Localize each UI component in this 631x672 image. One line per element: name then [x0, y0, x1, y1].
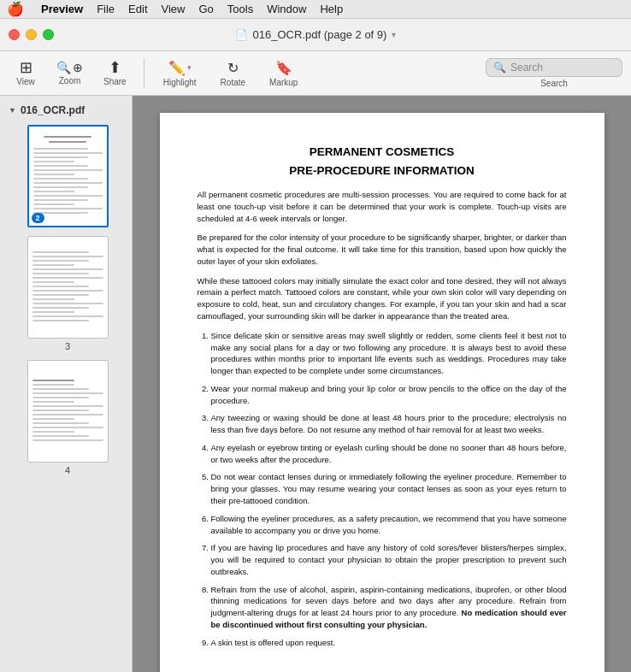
rotate-button[interactable]: ↻ Rotate [212, 57, 254, 90]
search-icon: 🔍 [493, 62, 506, 74]
minimize-button[interactable] [26, 29, 37, 40]
menu-window[interactable]: Window [267, 3, 306, 15]
view-icon: ⊞ [20, 60, 32, 75]
pdf-content: PERMANENT COSMETICS PRE-PROCEDURE INFORM… [198, 144, 567, 648]
main-area: ▼ 016_OCR.pdf [0, 96, 631, 672]
page-thumbnail-3[interactable] [27, 236, 109, 339]
markup-icon: 🔖 [275, 60, 292, 76]
highlight-icon: ✏️ [168, 60, 186, 76]
pdf-title-2: PRE-PROCEDURE INFORMATION [198, 162, 567, 180]
sidebar: ▼ 016_OCR.pdf [0, 96, 133, 672]
app-name[interactable]: Preview [41, 3, 83, 15]
pdf-list-item-6: Following the eyeliner procedures, as a … [211, 513, 567, 537]
highlight-button[interactable]: ✏️ ▾ Highlight [155, 57, 205, 90]
zoom-out-icon: 🔍 [56, 62, 71, 74]
search-box[interactable]: 🔍 Search [486, 58, 622, 77]
highlight-chevron-icon: ▾ [187, 63, 192, 72]
sidebar-triangle-icon: ▼ [9, 106, 16, 115]
page-number-4: 4 [65, 465, 70, 475]
pdf-list-item-2: Wear your normal makeup and bring your l… [211, 383, 567, 407]
thumb-content-3 [28, 246, 108, 329]
menu-edit[interactable]: Edit [128, 3, 147, 15]
apple-menu[interactable]: 🍎 [7, 1, 24, 17]
pdf-list-item-1: Since delicate skin or sensitive areas m… [211, 330, 567, 377]
toolbar-separator [144, 58, 144, 89]
thumb-content-4 [28, 374, 108, 449]
pdf-list-item-9: A skin test is offered upon request. [211, 637, 567, 649]
zoom-label: Zoom [59, 76, 81, 85]
menu-help[interactable]: Help [320, 3, 343, 15]
pdf-list-item-8: Refrain from the use of alcohol, aspirin… [211, 584, 567, 631]
pdf-paragraph-1: All permanent cosmetic procedures are mu… [198, 189, 567, 224]
zoom-button[interactable]: 🔍 ⊕ Zoom [50, 57, 90, 89]
pdf-title-1: PERMANENT COSMETICS [198, 144, 567, 161]
page-thumb-4[interactable]: 4 [9, 360, 127, 475]
pdf-list: Since delicate skin or sensitive areas m… [211, 330, 567, 649]
maximize-button[interactable] [43, 29, 54, 40]
rotate-icon: ↻ [227, 60, 239, 76]
pdf-list-item-4: Any eyelash or eyebrow tinting or eyelas… [211, 442, 567, 466]
zoom-in-icon: ⊕ [73, 61, 83, 74]
rotate-label: Rotate [221, 78, 245, 87]
share-button[interactable]: ⬆ Share [97, 56, 133, 90]
document-icon: 📄 [235, 29, 248, 41]
search-label: Search [540, 79, 568, 88]
pdf-list-item-5: Do not wear contact lenses during or imm… [211, 471, 567, 506]
sidebar-filename: 016_OCR.pdf [21, 104, 85, 116]
thumb-content-2 [29, 131, 107, 221]
menu-view[interactable]: View [162, 3, 186, 15]
menu-tools[interactable]: Tools [227, 3, 253, 15]
share-icon: ⬆ [109, 60, 121, 75]
window-title: 📄 016_OCR.pdf (page 2 of 9) ▾ [235, 28, 397, 41]
pdf-list-item-7: If you are having lip procedures and hav… [211, 542, 567, 577]
search-input[interactable]: Search [510, 62, 615, 74]
markup-button[interactable]: 🔖 Markup [261, 57, 306, 90]
share-label: Share [103, 77, 127, 86]
pdf-paragraph-3: While these tattooed colors may initiall… [198, 275, 567, 322]
menu-bar: 🍎 Preview File Edit View Go Tools Window… [0, 0, 631, 19]
view-label: View [16, 77, 35, 86]
page-badge-2: 2 [32, 213, 44, 223]
title-chevron-icon[interactable]: ▾ [392, 30, 396, 39]
close-button[interactable] [9, 29, 20, 40]
pdf-viewer[interactable]: PERMANENT COSMETICS PRE-PROCEDURE INFORM… [133, 96, 631, 672]
sidebar-header[interactable]: ▼ 016_OCR.pdf [5, 103, 127, 118]
page-number-3: 3 [65, 341, 70, 351]
document-title: 016_OCR.pdf (page 2 of 9) [253, 28, 387, 41]
window-controls [9, 29, 54, 40]
page-thumb-2[interactable]: 2 [9, 125, 127, 227]
pdf-paragraph-2: Be prepared for the color intensity of y… [198, 232, 567, 267]
markup-label: Markup [269, 78, 298, 87]
page-thumbnail-2[interactable]: 2 [27, 125, 109, 227]
menu-file[interactable]: File [97, 3, 115, 15]
pdf-list-item-3: Any tweezing or waxing should be done at… [211, 412, 567, 436]
menu-go[interactable]: Go [198, 3, 213, 15]
sidebar-pages: 2 [5, 125, 127, 475]
highlight-label: Highlight [163, 78, 197, 87]
page-thumbnail-4[interactable] [27, 360, 109, 463]
titlebar: 📄 016_OCR.pdf (page 2 of 9) ▾ [0, 19, 631, 51]
pdf-page: PERMANENT COSMETICS PRE-PROCEDURE INFORM… [160, 113, 604, 672]
toolbar: ⊞ View 🔍 ⊕ Zoom ⬆ Share ✏️ ▾ Highlight ↻… [0, 51, 631, 96]
page-thumb-3[interactable]: 3 [9, 236, 127, 351]
view-button[interactable]: ⊞ View [9, 56, 43, 90]
